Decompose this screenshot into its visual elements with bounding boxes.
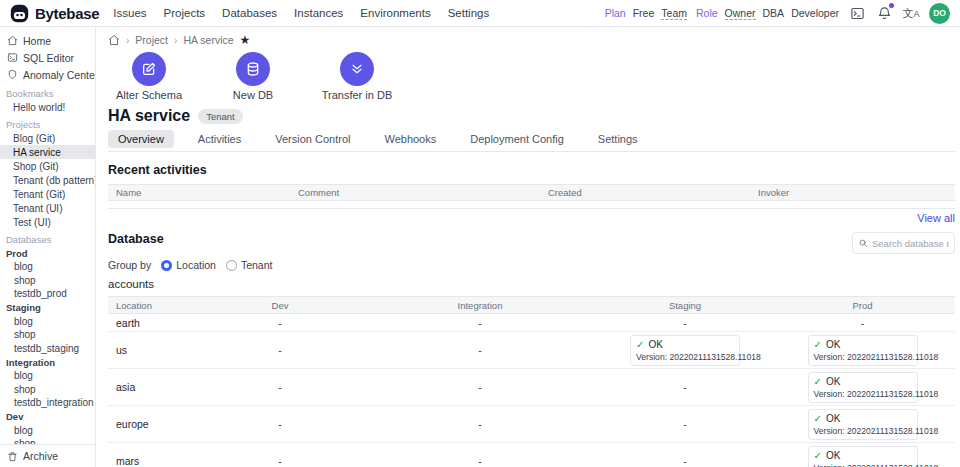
- nav-link-environments[interactable]: Environments: [360, 7, 430, 19]
- tab-activities[interactable]: Activities: [188, 130, 251, 148]
- home-icon[interactable]: [108, 34, 120, 46]
- translate-icon: 文A: [902, 6, 919, 21]
- nav-link-issues[interactable]: Issues: [113, 7, 146, 19]
- tenant-group-name: accounts: [108, 278, 955, 290]
- sidebar-item-shop-git-[interactable]: Shop (Git): [0, 159, 95, 173]
- sidebar-db-staging-shop[interactable]: shop: [0, 328, 95, 342]
- sidebar-db-prod-shop[interactable]: shop: [0, 274, 95, 288]
- nav-link-instances[interactable]: Instances: [294, 7, 343, 19]
- sidebar-db-dev-shop[interactable]: shop: [0, 437, 95, 444]
- meta-owner[interactable]: Owner: [725, 7, 756, 20]
- sidebar-db-dev-blog[interactable]: blog: [0, 424, 95, 438]
- ra-col-comment: Comment: [290, 187, 540, 198]
- db-cell-integration: -: [360, 317, 600, 329]
- breadcrumb-ha-service[interactable]: HA service: [183, 34, 233, 46]
- view-all-link[interactable]: View all: [917, 212, 955, 224]
- sidebar: HomeSQL EditorAnomaly CenterBookmarksHel…: [0, 27, 96, 467]
- sidebar-item-ha-service[interactable]: HA service: [0, 145, 95, 159]
- database-ok-card[interactable]: ✓OKVersion: 20220211131528.11018: [808, 446, 918, 467]
- ok-status-line: ✓OK: [814, 450, 912, 461]
- tab-settings[interactable]: Settings: [588, 130, 648, 148]
- meta-dba: DBA: [763, 7, 785, 19]
- db-cell-integration: -: [360, 418, 600, 430]
- sidebar-env-staging: Staging: [0, 301, 95, 315]
- group-by-row: Group by Location Tenant: [108, 259, 955, 271]
- sidebar-db-staging-blog[interactable]: blog: [0, 315, 95, 329]
- sidebar-item-archive[interactable]: Archive: [0, 444, 95, 467]
- console-button[interactable]: [848, 4, 866, 22]
- location-cell: mars: [108, 455, 200, 467]
- sidebar-item-sql-editor[interactable]: SQL Editor: [0, 49, 95, 66]
- quick-actions: Alter SchemaNew DBTransfer in DB: [108, 52, 955, 101]
- meta-team[interactable]: Team: [661, 7, 687, 20]
- ok-status-line: ✓OK: [814, 413, 912, 424]
- database-ok-card[interactable]: ✓OKVersion: 20220211131528.11018: [808, 335, 918, 366]
- transfer-in-db-button[interactable]: Transfer in DB: [316, 52, 398, 101]
- group-by-tenant-radio[interactable]: Tenant: [226, 259, 273, 271]
- console-icon: [850, 6, 865, 21]
- empty-dash: -: [478, 317, 482, 329]
- ok-status-label: OK: [826, 339, 840, 350]
- sidebar-db-staging-testdb_staging[interactable]: testdb_staging: [0, 342, 95, 356]
- nav-link-projects[interactable]: Projects: [164, 7, 206, 19]
- search-database-input[interactable]: [872, 238, 949, 249]
- meta-role[interactable]: Role: [696, 7, 718, 19]
- role-group: RoleOwnerDBADeveloper: [696, 7, 839, 20]
- ra-col-invoker: Invoker: [750, 187, 955, 198]
- language-button[interactable]: 文A: [902, 4, 920, 22]
- ok-status-label: OK: [826, 413, 840, 424]
- sidebar-item-anomaly-center[interactable]: Anomaly Center: [0, 66, 95, 83]
- tab-deployment-config[interactable]: Deployment Config: [460, 130, 574, 148]
- sidebar-db-integration-blog[interactable]: blog: [0, 369, 95, 383]
- alter-schema-button[interactable]: Alter Schema: [108, 52, 190, 101]
- sidebar-item-label: Home: [23, 35, 51, 47]
- check-icon: ✓: [636, 339, 644, 350]
- recent-activities-heading: Recent activities: [108, 163, 955, 177]
- sidebar-item-tenant-db-pattern-[interactable]: Tenant (db pattern): [0, 173, 95, 187]
- sidebar-item-tenant-git-[interactable]: Tenant (Git): [0, 187, 95, 201]
- sidebar-db-integration-testdb_integration[interactable]: testdb_integration: [0, 396, 95, 410]
- page-title: HA service: [108, 107, 190, 125]
- breadcrumb-separator: ›: [126, 35, 129, 46]
- db-cell-dev: -: [200, 455, 360, 467]
- acc-col-prod: Prod: [770, 300, 955, 311]
- sidebar-item-home[interactable]: Home: [0, 32, 95, 49]
- group-by-location-label: Location: [176, 259, 216, 271]
- tab-overview[interactable]: Overview: [108, 130, 174, 148]
- bytebase-logo[interactable]: Bytebase: [10, 4, 99, 23]
- accounts-row-us: us--✓OKVersion: 20220211131528.11018✓OKV…: [108, 332, 955, 369]
- nav-link-databases[interactable]: Databases: [222, 7, 277, 19]
- tab-webhooks[interactable]: Webhooks: [374, 130, 446, 148]
- radio-unchecked-icon: [226, 260, 237, 271]
- group-by-location-radio[interactable]: Location: [161, 259, 216, 271]
- favorite-star-icon[interactable]: ★: [240, 34, 251, 46]
- notification-dot: [889, 3, 894, 8]
- tab-version-control[interactable]: Version Control: [265, 130, 360, 148]
- accounts-table-header: LocationDevIntegrationStagingProd: [108, 297, 955, 314]
- breadcrumb-project[interactable]: Project: [135, 34, 168, 46]
- database-ok-card[interactable]: ✓OKVersion: 20220211131528.11018: [808, 409, 918, 440]
- group-by-tenant-label: Tenant: [241, 259, 273, 271]
- db-cell-staging: -: [600, 381, 770, 393]
- terminal-icon: [7, 52, 18, 63]
- sidebar-db-integration-shop[interactable]: shop: [0, 383, 95, 397]
- nav-link-settings[interactable]: Settings: [448, 7, 490, 19]
- notifications-button[interactable]: [875, 4, 893, 22]
- location-cell: us: [108, 344, 200, 356]
- sidebar-item-hello-world-[interactable]: Hello world!: [0, 100, 95, 114]
- sidebar-db-prod-testdb_prod[interactable]: testdb_prod: [0, 287, 95, 301]
- database-ok-card[interactable]: ✓OKVersion: 20220211131528.11018: [808, 372, 918, 403]
- sidebar-item-blog-git-[interactable]: Blog (Git): [0, 131, 95, 145]
- main-content: › Project › HA service ★ Alter SchemaNew…: [96, 27, 960, 467]
- meta-plan[interactable]: Plan: [605, 7, 626, 19]
- sidebar-item-test-ui-[interactable]: Test (UI): [0, 215, 95, 229]
- avatar[interactable]: DO: [929, 3, 950, 24]
- ra-col-name: Name: [108, 187, 290, 198]
- sidebar-item-tenant-ui-[interactable]: Tenant (UI): [0, 201, 95, 215]
- database-ok-card[interactable]: ✓OKVersion: 20220211131528.11018: [630, 335, 740, 366]
- sidebar-db-prod-blog[interactable]: blog: [0, 260, 95, 274]
- recent-activities-empty-body: [108, 201, 955, 208]
- acc-col-dev: Dev: [200, 300, 360, 311]
- db-cell-dev: -: [200, 418, 360, 430]
- new-db-button[interactable]: New DB: [212, 52, 294, 101]
